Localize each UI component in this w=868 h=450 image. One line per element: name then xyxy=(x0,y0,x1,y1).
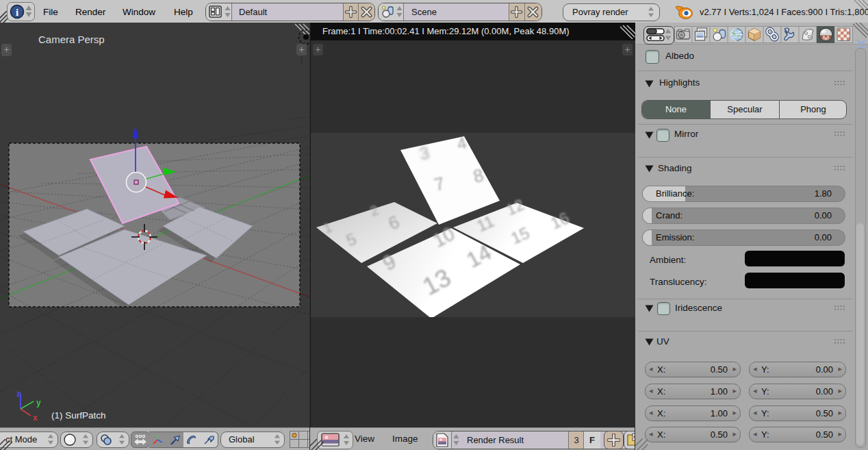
svg-text:z: z xyxy=(16,389,21,399)
svg-text:y: y xyxy=(36,398,41,408)
svg-text:(1) SurfPatch: (1) SurfPatch xyxy=(51,410,106,421)
svg-text:Camera Persp: Camera Persp xyxy=(38,34,105,45)
svg-text:x: x xyxy=(33,413,38,423)
